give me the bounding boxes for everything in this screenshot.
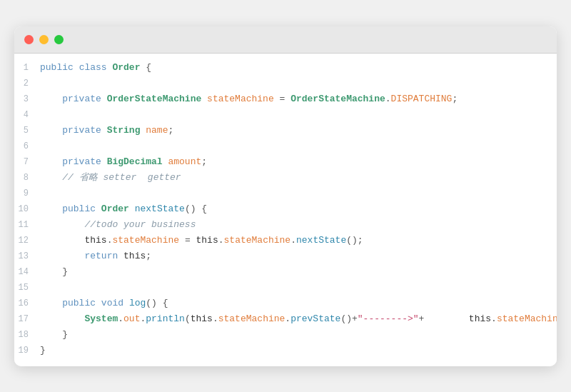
code-line-18: 18 } (14, 328, 557, 343)
code-line-8: 8 // 省略 setter getter (14, 171, 557, 186)
code-line-7: 7 private BigDecimal amount; (14, 155, 557, 171)
close-button[interactable] (24, 35, 34, 44)
minimize-button[interactable] (39, 35, 49, 44)
code-line-17: 17 System.out.println(this.stateMachine.… (14, 312, 557, 328)
code-window: 1 public class Order { 2 3 private Order… (14, 26, 557, 366)
code-line-3: 3 private OrderStateMachine stateMachine… (14, 92, 557, 108)
code-line-5: 5 private String name; (14, 124, 557, 139)
code-line-13: 13 return this; (14, 249, 557, 265)
code-line-2: 2 (14, 76, 557, 92)
code-line-9: 9 (14, 186, 557, 202)
code-line-16: 16 public void log() { (14, 296, 557, 312)
code-line-4: 4 (14, 108, 557, 124)
titlebar (14, 26, 557, 54)
code-line-1: 1 public class Order { (14, 61, 557, 76)
code-line-12: 12 this.stateMachine = this.stateMachine… (14, 233, 557, 249)
code-line-14: 14 } (14, 265, 557, 281)
code-line-15: 15 (14, 281, 557, 296)
code-line-11: 11 //todo your business (14, 218, 557, 233)
code-line-19: 19 } (14, 343, 557, 359)
code-editor: 1 public class Order { 2 3 private Order… (14, 54, 557, 366)
code-line-10: 10 public Order nextState() { (14, 202, 557, 218)
code-line-6: 6 (14, 139, 557, 155)
maximize-button[interactable] (54, 35, 64, 44)
